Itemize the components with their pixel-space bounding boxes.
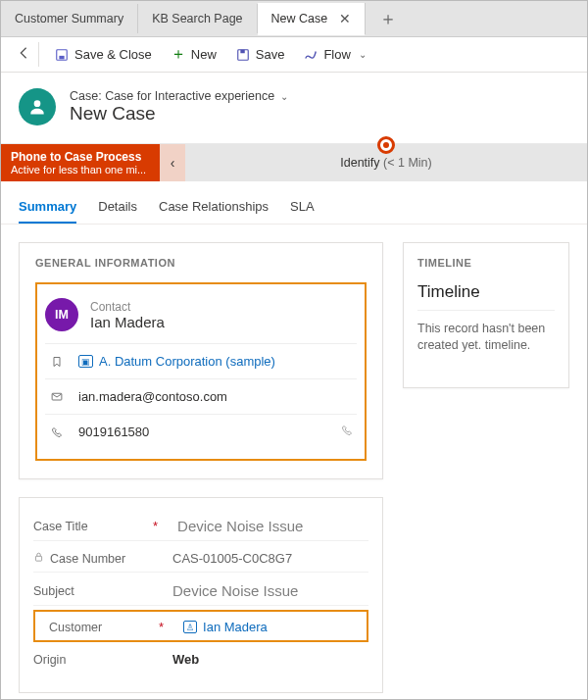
tab-label: New Case bbox=[271, 12, 328, 25]
tab-label: Customer Summary bbox=[15, 12, 123, 25]
breadcrumb: Case: Case for Interactive experience bbox=[70, 89, 274, 103]
contact-highlight-box: IM Contact Ian Madera ▣ A. Datum Corpora… bbox=[35, 282, 367, 461]
chevron-down-icon: ⌄ bbox=[359, 49, 367, 60]
timeline-title: Timeline bbox=[417, 282, 555, 302]
account-link[interactable]: ▣ A. Datum Corporation (sample) bbox=[78, 354, 275, 369]
form-tabs: Summary Details Case Relationships SLA bbox=[1, 191, 587, 225]
company-name: A. Datum Corporation (sample) bbox=[99, 354, 275, 369]
page-title: New Case bbox=[70, 103, 288, 125]
ctab-label: SLA bbox=[290, 199, 315, 214]
main-content: GENERAL INFORMATION IM Contact Ian Mader… bbox=[1, 225, 587, 700]
ctab-label: Case Relationships bbox=[159, 199, 269, 214]
contact-label: Contact bbox=[90, 300, 165, 314]
svg-rect-3 bbox=[240, 49, 244, 53]
process-name: Phone to Case Process bbox=[11, 150, 150, 164]
timeline-empty-message: This record hasn't been created yet. tim… bbox=[417, 310, 555, 354]
stage-duration: (< 1 Min) bbox=[383, 156, 432, 170]
customer-link[interactable]: ♙ Ian Madera bbox=[164, 620, 268, 634]
save-close-label: Save & Close bbox=[74, 47, 152, 62]
call-icon[interactable] bbox=[341, 425, 353, 439]
flow-button[interactable]: Flow ⌄ bbox=[296, 41, 373, 68]
email-row[interactable]: ian.madera@contoso.com bbox=[45, 378, 357, 414]
phone-value: 9019161580 bbox=[78, 425, 149, 439]
flow-icon bbox=[304, 48, 318, 62]
svg-rect-1 bbox=[59, 55, 64, 59]
process-status: Active for less than one mi... bbox=[11, 164, 150, 175]
process-back-button[interactable]: ‹ bbox=[160, 144, 185, 181]
origin-label: Origin bbox=[33, 653, 66, 667]
subject-value[interactable]: Device Noise Issue bbox=[153, 582, 368, 599]
ctab-label: Summary bbox=[19, 199, 76, 214]
close-icon[interactable]: ✕ bbox=[339, 11, 351, 26]
svg-point-4 bbox=[34, 100, 41, 107]
process-bar: Phone to Case Process Active for less th… bbox=[1, 144, 587, 181]
subject-label: Subject bbox=[33, 584, 74, 598]
right-column: TIMELINE Timeline This record hasn't bee… bbox=[403, 242, 569, 388]
add-tab-button[interactable]: ＋ bbox=[366, 1, 411, 36]
case-number-label: Case Number bbox=[50, 552, 125, 566]
save-label: Save bbox=[256, 47, 285, 62]
customer-highlight-row[interactable]: Customer * ♙ Ian Madera bbox=[33, 610, 368, 642]
contact-header: IM Contact Ian Madera bbox=[45, 294, 357, 343]
origin-row[interactable]: Origin Web bbox=[33, 642, 368, 673]
case-title-row[interactable]: Case Title * Device Noise Issue bbox=[33, 508, 368, 541]
flow-label: Flow bbox=[323, 47, 350, 62]
contact-avatar: IM bbox=[45, 298, 78, 331]
tab-details[interactable]: Details bbox=[98, 191, 137, 224]
email-value: ian.madera@contoso.com bbox=[78, 389, 227, 404]
back-button[interactable] bbox=[9, 42, 39, 67]
subject-row[interactable]: Subject Device Noise Issue bbox=[33, 573, 368, 606]
svg-rect-6 bbox=[35, 556, 41, 561]
new-button[interactable]: ＋ New bbox=[164, 41, 224, 68]
save-close-button[interactable]: Save & Close bbox=[47, 41, 160, 68]
save-button[interactable]: Save bbox=[228, 41, 293, 68]
case-number-value: CAS-01005-C0C8G7 bbox=[153, 551, 368, 566]
general-section-heading: GENERAL INFORMATION bbox=[35, 257, 367, 269]
company-row[interactable]: ▣ A. Datum Corporation (sample) bbox=[45, 343, 357, 378]
contact-icon: ♙ bbox=[183, 621, 197, 633]
customer-value: Ian Madera bbox=[203, 620, 268, 634]
header-text: Case: Case for Interactive experience ⌄ … bbox=[70, 89, 288, 125]
customer-label: Customer bbox=[49, 621, 102, 634]
process-stage-identify[interactable]: Identify (< 1 Min) bbox=[185, 144, 587, 181]
tab-new-case[interactable]: New Case ✕ bbox=[258, 3, 367, 35]
stage-marker-icon bbox=[377, 136, 395, 154]
save-close-icon bbox=[55, 48, 69, 62]
process-name-cell[interactable]: Phone to Case Process Active for less th… bbox=[1, 144, 160, 181]
stage-label: Identify bbox=[340, 156, 379, 170]
phone-icon bbox=[49, 426, 65, 438]
case-avatar bbox=[19, 88, 56, 125]
case-title-value[interactable]: Device Noise Issue bbox=[158, 518, 368, 534]
tab-bar: Customer Summary KB Search Page New Case… bbox=[1, 1, 587, 37]
toolbar: Save & Close ＋ New Save Flow ⌄ bbox=[1, 37, 587, 73]
avatar-initials: IM bbox=[55, 308, 69, 322]
tab-kb-search[interactable]: KB Search Page bbox=[138, 4, 257, 33]
left-column: GENERAL INFORMATION IM Contact Ian Mader… bbox=[19, 242, 383, 693]
tab-case-relationships[interactable]: Case Relationships bbox=[159, 191, 269, 224]
mail-icon bbox=[49, 391, 65, 403]
plus-icon: ＋ bbox=[172, 48, 185, 62]
case-number-row: Case Number CAS-01005-C0C8G7 bbox=[33, 541, 368, 573]
lock-icon bbox=[33, 551, 44, 566]
contact-name: Ian Madera bbox=[90, 314, 165, 330]
tab-customer-summary[interactable]: Customer Summary bbox=[1, 4, 138, 33]
chevron-down-icon[interactable]: ⌄ bbox=[280, 91, 288, 102]
origin-value[interactable]: Web bbox=[153, 652, 368, 667]
ctab-label: Details bbox=[98, 199, 137, 214]
timeline-card: TIMELINE Timeline This record hasn't bee… bbox=[403, 242, 569, 388]
tab-sla[interactable]: SLA bbox=[290, 191, 315, 224]
case-form: Case Title * Device Noise Issue Case Num… bbox=[19, 497, 383, 693]
new-label: New bbox=[191, 47, 217, 62]
account-icon: ▣ bbox=[78, 355, 93, 368]
case-title-label: Case Title bbox=[33, 520, 88, 533]
timeline-section-heading: TIMELINE bbox=[417, 257, 555, 269]
tab-label: KB Search Page bbox=[152, 12, 242, 25]
save-icon bbox=[236, 48, 250, 62]
phone-row[interactable]: 9019161580 bbox=[45, 414, 357, 449]
general-info-card: GENERAL INFORMATION IM Contact Ian Mader… bbox=[19, 242, 383, 479]
record-header: Case: Case for Interactive experience ⌄ … bbox=[1, 73, 587, 144]
bookmark-icon bbox=[49, 355, 65, 369]
tab-summary[interactable]: Summary bbox=[19, 191, 76, 224]
